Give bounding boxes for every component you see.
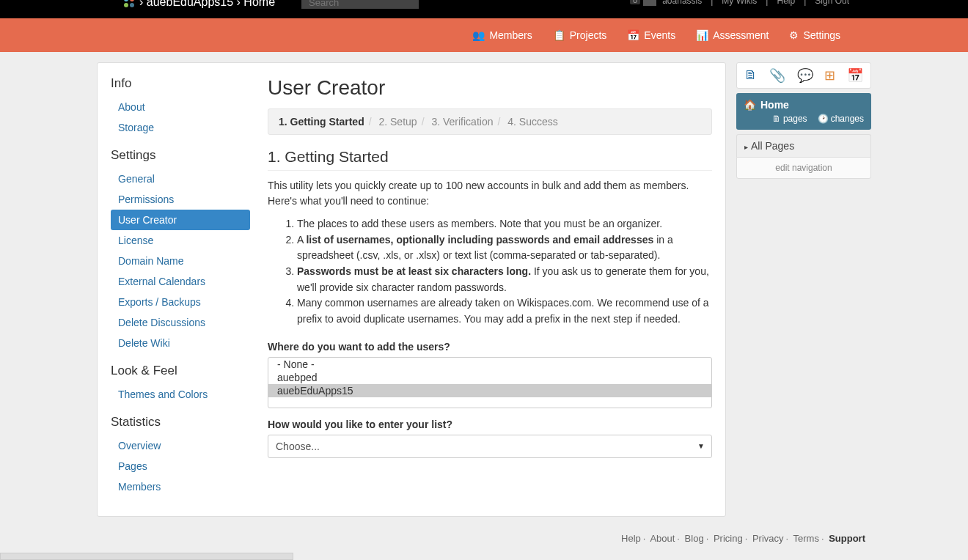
attachment-icon[interactable]: 📎 (769, 67, 785, 84)
sidebar-about[interactable]: About (111, 97, 250, 117)
nav-projects[interactable]: 📋Projects (543, 29, 617, 41)
wizard-steps: 1. Getting Started/ 2. Setup/ 3. Verific… (268, 108, 712, 135)
settings-icon: ⚙ (789, 29, 799, 41)
navbar: 👥Members 📋Projects 📅Events 📊Assessment ⚙… (0, 18, 968, 52)
sidebar-ext-cal[interactable]: External Calendars (111, 271, 250, 292)
how-select[interactable]: Choose... (268, 435, 712, 458)
settings-sidebar: Info About Storage Settings General Perm… (111, 76, 250, 497)
members-icon: 👥 (472, 29, 485, 41)
comment-icon[interactable]: 💬 (797, 67, 813, 84)
sidebar-members[interactable]: Members (111, 476, 250, 497)
mywikis-link[interactable]: My Wikis (719, 0, 760, 6)
listbox-option-selected[interactable]: auebEduApps15 (268, 384, 711, 397)
signout-link[interactable]: Sign Out (812, 0, 852, 6)
topbar: › auebEduApps15 › Home 0 aoanassis| My W… (0, 0, 968, 18)
sidebar-themes[interactable]: Themes and Colors (111, 384, 250, 405)
user-link[interactable]: aoanassis (659, 0, 705, 6)
step-2: 2. Setup (378, 116, 417, 128)
breadcrumb[interactable]: › auebEduApps15 › Home (139, 0, 275, 9)
list-item: A list of usernames, optionally includin… (297, 232, 712, 264)
list-item: The places to add these users as members… (297, 216, 712, 232)
calendar-icon[interactable]: 📅 (847, 67, 863, 84)
sidebar-license[interactable]: License (111, 230, 250, 251)
sidebar-head-stats: Statistics (111, 415, 250, 430)
sitemap-icon[interactable]: ⊞ (824, 67, 835, 84)
site-logo[interactable] (123, 0, 135, 8)
main-content: User Creator 1. Getting Started/ 2. Setu… (268, 76, 712, 497)
list-item: Passwords must be at least six character… (297, 264, 712, 295)
caret-right-icon: ▸ (744, 143, 748, 151)
sidebar-head-settings: Settings (111, 148, 250, 163)
clock-icon: 🕑 (818, 114, 829, 124)
footer-pricing[interactable]: Pricing (714, 533, 743, 544)
step-4: 4. Success (507, 116, 557, 128)
all-pages-link[interactable]: ▸All Pages (736, 134, 871, 157)
assessment-icon: 📊 (696, 29, 708, 41)
footer-terms[interactable]: Terms (793, 533, 819, 544)
nav-events[interactable]: 📅Events (617, 29, 686, 41)
step-1: 1. Getting Started (279, 116, 364, 128)
avatar[interactable] (643, 0, 656, 6)
footer-privacy[interactable]: Privacy (752, 533, 784, 544)
help-link[interactable]: Help (774, 0, 798, 6)
sidebar-del-wiki[interactable]: Delete Wiki (111, 333, 250, 353)
sidebar-permissions[interactable]: Permissions (111, 189, 250, 210)
home-label[interactable]: Home (760, 99, 789, 111)
listbox-option[interactable]: auebped (268, 371, 711, 384)
events-icon: 📅 (627, 29, 639, 41)
action-iconbar: 🗎 📎 💬 ⊞ 📅 (736, 62, 871, 89)
sidebar-general[interactable]: General (111, 169, 250, 189)
search-box (301, 0, 419, 9)
nav-members[interactable]: 👥Members (462, 29, 542, 41)
sidebar-exports[interactable]: Exports / Backups (111, 292, 250, 312)
section-heading: 1. Getting Started (268, 148, 712, 171)
home-box: 🏠Home 🗎pages 🕑changes (736, 93, 871, 130)
pages-link[interactable]: 🗎pages (772, 114, 807, 124)
page-title: User Creator (268, 76, 712, 100)
requirements-list: The places to add these users as members… (268, 216, 712, 328)
footer-help[interactable]: Help (621, 533, 641, 544)
sidebar-user-creator[interactable]: User Creator (111, 210, 250, 230)
edit-navigation-link[interactable]: edit navigation (736, 157, 871, 179)
footer-support[interactable]: Support (829, 533, 865, 544)
page-icon[interactable]: 🗎 (744, 67, 758, 84)
listbox-option[interactable]: - None - (268, 358, 711, 371)
footer-blog[interactable]: Blog (685, 533, 704, 544)
notification-badge[interactable]: 0 (630, 0, 640, 4)
sidebar-head-info: Info (111, 76, 250, 91)
sidebar-del-disc[interactable]: Delete Discussions (111, 312, 250, 333)
label-where: Where do you want to add the users? (268, 341, 712, 353)
right-column: 🗎 📎 💬 ⊞ 📅 🏠Home 🗎pages 🕑changes ▸All Pag… (736, 62, 871, 517)
sidebar-head-look: Look & Feel (111, 364, 250, 378)
page-icon: 🗎 (772, 114, 781, 124)
search-input[interactable] (301, 0, 419, 9)
sidebar-storage[interactable]: Storage (111, 117, 250, 138)
sidebar-pages[interactable]: Pages (111, 456, 250, 476)
changes-link[interactable]: 🕑changes (818, 114, 864, 124)
list-item: Many common usernames are already taken … (297, 295, 712, 327)
sidebar-domain[interactable]: Domain Name (111, 251, 250, 271)
status-bar (0, 553, 293, 559)
where-listbox[interactable]: - None - auebped auebEduApps15 (268, 357, 712, 408)
sidebar-overview[interactable]: Overview (111, 435, 250, 456)
intro-text: This utility lets you quickly create up … (268, 178, 712, 209)
step-3: 3. Verification (431, 116, 493, 128)
nav-assessment[interactable]: 📊Assessment (686, 29, 779, 41)
label-how: How would you like to enter your list? (268, 419, 712, 430)
nav-settings[interactable]: ⚙Settings (779, 29, 851, 41)
footer-about[interactable]: About (650, 533, 675, 544)
projects-icon: 📋 (553, 29, 565, 41)
home-icon: 🏠 (744, 99, 756, 111)
